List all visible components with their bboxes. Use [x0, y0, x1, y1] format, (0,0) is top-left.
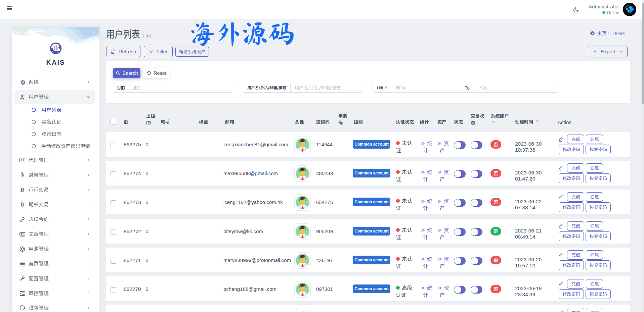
svg-text:B: B — [20, 187, 24, 193]
svg-text:B: B — [54, 45, 58, 52]
svg-text:$: $ — [21, 172, 24, 177]
svg-text:B: B — [20, 202, 24, 207]
